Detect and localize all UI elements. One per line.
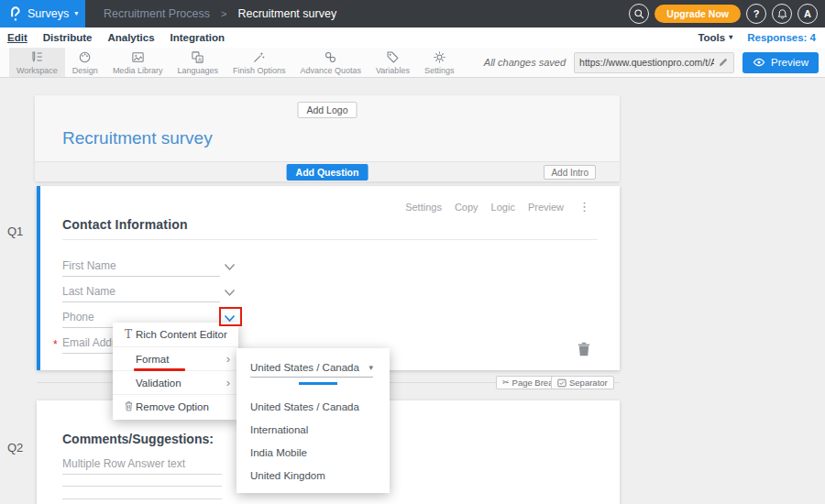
red-annotation-underline (134, 368, 185, 371)
rich-text-icon: T (121, 328, 136, 341)
notifications-button[interactable] (772, 4, 792, 24)
toolbar-item-label: Design (72, 66, 98, 75)
top-navbar: Surveys ▾ Recruitment Process > Recruitm… (0, 0, 825, 27)
breadcrumb-folder[interactable]: Recruitment Process (104, 7, 210, 20)
tab-distribute[interactable]: Distribute (43, 32, 93, 43)
delete-question-trash-icon[interactable] (578, 342, 590, 356)
kebab-menu-icon[interactable]: ⋮ (578, 200, 590, 214)
toolbar-item-workspace[interactable]: Workspace (9, 48, 65, 77)
menu-item-format[interactable]: Format › (113, 346, 238, 370)
chevron-down-icon[interactable] (224, 263, 236, 271)
preview-button[interactable]: Preview (742, 52, 819, 73)
format-option-us-canada[interactable]: United States / Canada (250, 401, 359, 412)
phone-format-submenu: United States / Canada ▾ United States /… (236, 348, 390, 493)
breadcrumb-current: Recruitment survey (237, 7, 336, 20)
toolbar-item-label: Languages (177, 66, 218, 75)
add-intro-button[interactable]: Add Intro (544, 165, 596, 180)
separator-button[interactable]: Separator (551, 376, 614, 389)
answer-line[interactable] (62, 499, 222, 499)
format-option-india-mobile[interactable]: India Mobile (250, 447, 307, 458)
toolbar-right-group: All changes saved Preview (484, 48, 825, 77)
tabs-right-group: Tools ▾ Responses: 4 (698, 32, 816, 43)
question-settings-link[interactable]: Settings (405, 202, 442, 213)
eye-icon (753, 56, 765, 69)
help-button[interactable]: ? (746, 4, 766, 24)
account-button[interactable]: A (798, 4, 818, 24)
toolbar-item-finish-options[interactable]: Finish Options (226, 48, 293, 77)
field-row-last-name[interactable]: Last Name (62, 285, 220, 302)
toolbar-item-variables[interactable]: Variables (368, 48, 417, 77)
responses-count[interactable]: Responses: 4 (747, 32, 816, 43)
question1-actions: Settings Copy Logic Preview ⋮ (405, 200, 590, 214)
format-select[interactable]: United States / Canada ▾ (250, 357, 373, 378)
tools-menu[interactable]: Tools ▾ (698, 32, 732, 43)
search-button[interactable] (629, 4, 649, 24)
question-logic-link[interactable]: Logic (491, 202, 515, 213)
toolbar-item-media-library[interactable]: Media Library (105, 48, 170, 77)
tab-analytics[interactable]: Analytics (107, 32, 154, 43)
red-annotation-box (219, 307, 242, 326)
answer-line[interactable] (62, 486, 222, 487)
question1-title-divider (62, 239, 598, 240)
field-label: Last Name (62, 285, 116, 298)
answer-line[interactable] (62, 474, 222, 475)
menu-item-label: Format (136, 354, 169, 365)
row-option-context-menu: T Rich Content Editor Format › Validatio… (113, 323, 238, 420)
select-focus-underline (299, 382, 337, 385)
tools-label: Tools (698, 32, 725, 43)
toolbar-item-label: Workspace (16, 66, 58, 75)
languages-icon: A (191, 50, 204, 64)
edit-pencil-icon[interactable] (718, 57, 729, 68)
format-option-international[interactable]: International (250, 424, 308, 435)
topbar-actions: Upgrade Now ? A (629, 4, 825, 24)
question-preview-link[interactable]: Preview (528, 202, 564, 213)
tab-edit[interactable]: Edit (7, 32, 28, 43)
required-asterisk: * (53, 338, 58, 351)
breadcrumb-separator-icon: > (221, 8, 226, 19)
survey-title[interactable]: Recruitment survey (62, 128, 213, 148)
question-copy-link[interactable]: Copy (455, 202, 478, 213)
bell-icon (776, 8, 788, 20)
toolbar-item-label: Finish Options (233, 66, 286, 75)
question2-number: Q2 (7, 441, 23, 455)
add-question-band: Add Question Add Intro (35, 161, 620, 181)
scissors-icon: ✂ (502, 378, 510, 387)
toolbar-item-label: Settings (424, 66, 455, 75)
trash-outline-icon (121, 400, 136, 413)
toolbar-item-label: Variables (376, 66, 410, 75)
toolbar-item-languages[interactable]: A Languages (170, 48, 226, 77)
question1-title[interactable]: Contact Information (62, 217, 188, 232)
tab-integration[interactable]: Integration (170, 32, 225, 43)
chevron-down-icon[interactable] (224, 289, 236, 297)
menu-item-label: Validation (136, 378, 182, 389)
section-tabs: Edit Distribute Analytics Integration To… (0, 27, 825, 48)
toolbar-item-advance-quotas[interactable]: Advance Quotas (292, 48, 368, 77)
surveys-label: Surveys (28, 7, 69, 20)
add-question-button[interactable]: Add Question (287, 164, 368, 181)
design-palette-icon (78, 50, 92, 64)
menu-item-validation[interactable]: Validation › (113, 370, 238, 394)
workspace-icon (30, 50, 44, 64)
upgrade-now-button[interactable]: Upgrade Now (654, 5, 741, 23)
caret-down-icon: ▾ (729, 34, 732, 41)
format-selected-value: United States / Canada (250, 362, 359, 373)
svg-text:A: A (198, 56, 202, 61)
question2-title[interactable]: Comments/Suggestions: (62, 432, 214, 446)
toolbar-item-design[interactable]: Design (65, 48, 105, 77)
separator-icon (557, 378, 566, 388)
format-option-united-kingdom[interactable]: United Kingdom (250, 470, 325, 481)
field-label: Phone (62, 311, 94, 323)
caret-down-icon: ▾ (74, 10, 78, 17)
chevron-right-icon: › (226, 377, 230, 389)
add-logo-button[interactable]: Add Logo (298, 102, 358, 118)
autosave-status: All changes saved (484, 57, 566, 68)
survey-url-input[interactable] (579, 57, 714, 68)
breadcrumb: Recruitment Process > Recruitment survey (104, 7, 336, 20)
questionpro-survey-editor: Surveys ▾ Recruitment Process > Recruitm… (0, 0, 825, 504)
menu-item-remove-option[interactable]: Remove Option (113, 394, 238, 418)
surveys-menu-button[interactable]: Surveys ▾ (0, 0, 85, 27)
separator-label: Separator (569, 378, 608, 388)
multirow-answer-placeholder[interactable]: Multiple Row Answer text (62, 457, 185, 470)
toolbar-item-settings[interactable]: Settings (417, 48, 462, 77)
field-row-first-name[interactable]: First Name (62, 259, 220, 277)
